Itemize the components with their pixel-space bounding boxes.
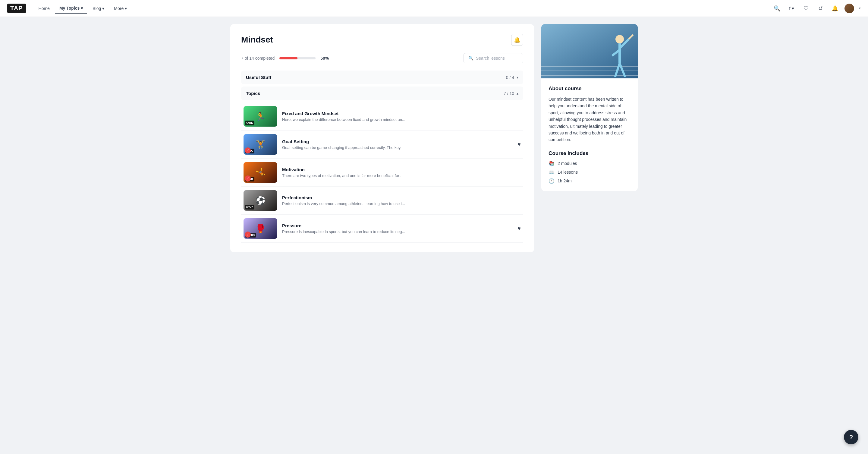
lesson-info: Goal-Setting Goal-setting can be game-ch… bbox=[282, 139, 513, 150]
section-title: Topics bbox=[246, 91, 260, 96]
chevron-down-icon: ▾ bbox=[517, 75, 518, 80]
search-icon: 🔍 bbox=[468, 56, 473, 61]
lesson-thumbnail: 🥊 15:09 ✓ bbox=[244, 218, 277, 239]
modules-icon: 📚 bbox=[549, 161, 555, 167]
includes-item: 📚 2 modules bbox=[549, 161, 630, 167]
nav-links: Home My Topics ▾ Blog ▾ More ▾ bbox=[34, 3, 772, 13]
section-useful-stuff[interactable]: Useful Stuff 0 / 4 ▾ bbox=[241, 70, 523, 84]
about-course-text: Our mindset content has been written to … bbox=[549, 96, 630, 143]
completed-badge: ✓ bbox=[245, 147, 251, 153]
course-title: Mindset bbox=[241, 35, 273, 44]
lesson-title: Motivation bbox=[282, 167, 521, 172]
main-container: Mindset 🔔 7 of 14 completed 50% 🔍 Useful… bbox=[223, 17, 645, 260]
lesson-description: Goal-setting can be game-changing if app… bbox=[282, 145, 439, 150]
clock-icon: 🕐 bbox=[549, 178, 555, 184]
section-count: 0 / 4 bbox=[506, 75, 514, 80]
includes-item: 📖 14 lessons bbox=[549, 170, 630, 175]
nav-blog[interactable]: Blog ▾ bbox=[88, 4, 108, 13]
section-title: Useful Stuff bbox=[246, 75, 271, 80]
heart-button[interactable]: ♥ bbox=[518, 141, 521, 148]
section-count: 7 / 10 bbox=[504, 91, 514, 96]
duration-badge: 5:06 bbox=[245, 121, 254, 125]
lesson-info: Perfectionism Perfectionism is very comm… bbox=[282, 195, 521, 206]
lesson-title: Perfectionism bbox=[282, 195, 521, 200]
section-topics[interactable]: Topics 7 / 10 ▴ bbox=[241, 87, 523, 100]
progress-bar-track bbox=[279, 57, 315, 59]
favorites-icon[interactable]: ♡ bbox=[801, 4, 811, 13]
includes-list: 📚 2 modules 📖 14 lessons 🕐 1h 24m bbox=[549, 161, 630, 184]
lesson-title: Goal-Setting bbox=[282, 139, 513, 144]
list-item[interactable]: ⚽ 6:57 Perfectionism Perfectionism is ve… bbox=[241, 187, 523, 215]
list-item[interactable]: 🥊 15:09 ✓ Pressure Pressure is inescapab… bbox=[241, 215, 523, 243]
lesson-description: Pressure is inescapable in sports, but y… bbox=[282, 230, 439, 234]
nav-my-topics[interactable]: My Topics ▾ bbox=[55, 3, 87, 13]
lessons-list: 🏃 5:06 Fixed and Growth Mindset Here, we… bbox=[241, 102, 523, 243]
duration-badge: 6:57 bbox=[245, 205, 254, 210]
course-includes-title: Course includes bbox=[549, 150, 630, 156]
navbar: TAP Home My Topics ▾ Blog ▾ More ▾ 🔍 f ▾… bbox=[0, 0, 868, 17]
lesson-thumbnail: ⚽ 6:57 bbox=[244, 190, 277, 211]
chevron-up-icon: ▴ bbox=[517, 91, 518, 96]
course-info-card: About course Our mindset content has bee… bbox=[541, 79, 638, 191]
lesson-description: Perfectionism is very common among athle… bbox=[282, 201, 439, 206]
svg-point-4 bbox=[615, 35, 624, 43]
about-course-title: About course bbox=[549, 86, 630, 92]
nav-more[interactable]: More ▾ bbox=[110, 4, 131, 13]
list-item[interactable]: 🤸 6:58 ✓ Motivation There are two types … bbox=[241, 158, 523, 187]
history-icon[interactable]: ↺ bbox=[815, 4, 825, 13]
includes-duration-label: 1h 24m bbox=[558, 178, 572, 183]
search-input[interactable] bbox=[476, 56, 518, 61]
search-icon[interactable]: 🔍 bbox=[772, 4, 782, 13]
course-image bbox=[541, 24, 638, 79]
lesson-thumbnail: 🤸 6:58 ✓ bbox=[244, 162, 277, 183]
completed-badge: ✓ bbox=[245, 232, 251, 238]
progress-label: 7 of 14 completed bbox=[241, 56, 275, 61]
lesson-thumbnail: 🏃 5:06 bbox=[244, 106, 277, 127]
lesson-info: Fixed and Growth Mindset Here, we explai… bbox=[282, 111, 521, 122]
lesson-info: Pressure Pressure is inescapable in spor… bbox=[282, 223, 513, 234]
chevron-down-icon: ▾ bbox=[859, 6, 861, 10]
chevron-down-icon: ▾ bbox=[125, 6, 127, 11]
lessons-icon: 📖 bbox=[549, 170, 555, 175]
nav-actions: 🔍 f ▾ ♡ ↺ 🔔 ▾ bbox=[772, 4, 861, 13]
lesson-description: Here, we explain the difference between … bbox=[282, 117, 439, 122]
progress-bar-fill bbox=[279, 57, 298, 59]
bell-icon[interactable]: 🔔 bbox=[830, 4, 840, 13]
heart-button[interactable]: ♥ bbox=[518, 225, 521, 232]
sidebar-panel: About course Our mindset content has bee… bbox=[541, 24, 638, 252]
lesson-info: Motivation There are two types of motiva… bbox=[282, 167, 521, 178]
logo[interactable]: TAP bbox=[7, 4, 26, 13]
avatar[interactable] bbox=[844, 4, 854, 13]
lesson-description: There are two types of motivation, and o… bbox=[282, 173, 439, 178]
progress-percent: 50% bbox=[320, 56, 329, 61]
chevron-down-icon: ▾ bbox=[81, 6, 83, 10]
search-lessons-box[interactable]: 🔍 bbox=[463, 53, 523, 63]
facebook-icon[interactable]: f ▾ bbox=[786, 4, 796, 13]
lesson-thumbnail: 🏋️ 3:45 ✓ bbox=[244, 134, 277, 155]
course-panel: Mindset 🔔 7 of 14 completed 50% 🔍 Useful… bbox=[230, 24, 534, 252]
lesson-title: Fixed and Growth Mindset bbox=[282, 111, 521, 116]
chevron-down-icon: ▾ bbox=[102, 6, 104, 11]
bell-icon: 🔔 bbox=[514, 36, 521, 43]
list-item[interactable]: 🏃 5:06 Fixed and Growth Mindset Here, we… bbox=[241, 102, 523, 130]
help-button[interactable]: ? bbox=[844, 430, 858, 444]
bell-button[interactable]: 🔔 bbox=[511, 34, 523, 46]
lesson-title: Pressure bbox=[282, 223, 513, 228]
includes-modules-label: 2 modules bbox=[558, 161, 577, 166]
includes-lessons-label: 14 lessons bbox=[558, 170, 578, 175]
includes-item: 🕐 1h 24m bbox=[549, 178, 630, 184]
completed-badge: ✓ bbox=[245, 176, 251, 181]
list-item[interactable]: 🏋️ 3:45 ✓ Goal-Setting Goal-setting can … bbox=[241, 130, 523, 158]
progress-row: 7 of 14 completed 50% 🔍 bbox=[241, 53, 523, 63]
course-header: Mindset 🔔 bbox=[241, 34, 523, 46]
nav-home[interactable]: Home bbox=[34, 4, 54, 13]
